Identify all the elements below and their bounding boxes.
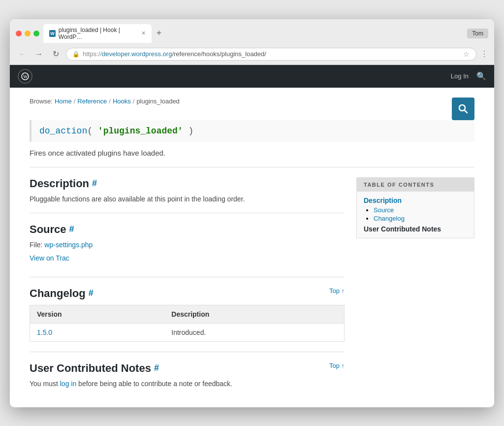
back-button[interactable]: ←	[16, 48, 29, 61]
minimize-traffic-light[interactable]	[25, 31, 31, 36]
url-path: /reference/hooks/plugins_loaded/	[172, 50, 266, 58]
description-content: Pluggable functions are also available a…	[30, 195, 345, 203]
address-bar-row: ← → ↻ 🔒 https://developer.wordpress.org/…	[10, 46, 494, 65]
toc-changelog-link[interactable]: Changelog	[374, 215, 405, 222]
breadcrumb-reference[interactable]: Reference	[77, 98, 107, 105]
wp-logo: W	[18, 69, 32, 84]
bookmark-icon[interactable]: ☆	[462, 50, 470, 58]
navbar-search-icon[interactable]: 🔍	[476, 71, 486, 81]
search-button[interactable]	[452, 98, 474, 120]
breadcrumb: Browse: Home / Reference / Hooks / plugi…	[30, 98, 180, 105]
file-link[interactable]: wp-settings.php	[44, 241, 93, 249]
breadcrumb-row: Browse: Home / Reference / Hooks / plugi…	[30, 98, 474, 120]
breadcrumb-hooks[interactable]: Hooks	[113, 98, 131, 105]
divider-3	[30, 277, 345, 277]
divider-2	[30, 213, 345, 213]
table-row: 1.5.0 Introduced.	[30, 323, 345, 341]
url-display: https://developer.wordpress.org/referenc…	[83, 50, 459, 58]
user-notes-text: You must log in before being able to con…	[30, 380, 345, 388]
changelog-header-row: Changelog # Top ↑	[30, 287, 345, 300]
wp-nav-right: Log In 🔍	[451, 71, 486, 81]
breadcrumb-home[interactable]: Home	[55, 98, 72, 105]
new-tab-button[interactable]: +	[154, 28, 164, 39]
user-notes-anchor[interactable]: #	[154, 363, 159, 373]
address-bar-icons: ☆	[462, 50, 470, 58]
toc-item-user-notes[interactable]: User Contributed Notes	[364, 225, 467, 233]
code-paren-open: (	[87, 126, 93, 136]
user-notes-heading: User Contributed Notes #	[30, 362, 159, 375]
login-button[interactable]: Log In	[451, 72, 469, 80]
trac-link[interactable]: View on Trac	[30, 254, 69, 262]
page-content: Browse: Home / Reference / Hooks / plugi…	[10, 88, 494, 407]
code-signature: do_action( 'plugins_loaded' )	[30, 120, 474, 142]
tab-bar: W plugins_loaded | Hook | WordP… ✕ +	[43, 24, 463, 43]
changelog-anchor[interactable]: #	[89, 288, 94, 298]
list-item: Source	[374, 206, 467, 214]
refresh-button[interactable]: ↻	[49, 48, 62, 61]
version-column-header: Version	[30, 305, 165, 323]
changelog-heading-text: Changelog	[30, 287, 86, 300]
browser-window: W plugins_loaded | Hook | WordP… ✕ + Tom…	[10, 19, 494, 407]
toc-source-link[interactable]: Source	[374, 206, 394, 214]
browse-label: Browse:	[30, 98, 53, 105]
close-traffic-light[interactable]	[16, 31, 22, 36]
description-heading: Description #	[30, 177, 345, 190]
changelog-top-link[interactable]: Top ↑	[329, 287, 345, 295]
browser-chrome: W plugins_loaded | Hook | WordP… ✕ + Tom…	[10, 19, 494, 65]
description-heading-text: Description	[30, 177, 89, 190]
content-with-toc: Description # Pluggable functions are al…	[30, 177, 474, 388]
fullscreen-traffic-light[interactable]	[33, 31, 39, 36]
svg-line-3	[465, 110, 468, 113]
version-cell: 1.5.0	[30, 323, 165, 341]
toc-sub-list: Source Changelog	[364, 206, 467, 222]
user-badge: Tom	[467, 29, 488, 38]
login-link[interactable]: log in	[60, 380, 76, 388]
file-label: File:	[30, 241, 42, 249]
browser-titlebar: W plugins_loaded | Hook | WordP… ✕ + Tom	[10, 19, 494, 46]
address-bar[interactable]: 🔒 https://developer.wordpress.org/refere…	[66, 48, 476, 61]
main-content: Description # Pluggable functions are al…	[30, 177, 345, 388]
code-paren-close: )	[188, 126, 193, 136]
user-notes-heading-text: User Contributed Notes	[30, 362, 151, 375]
browser-toolbar-right: ⋮	[480, 50, 488, 58]
ssl-lock-icon: 🔒	[72, 51, 80, 58]
tab-close-button[interactable]: ✕	[141, 30, 146, 36]
table-of-contents: TABLE OF CONTENTS Description Source Cha…	[356, 177, 474, 238]
version-link[interactable]: 1.5.0	[37, 328, 52, 336]
user-notes-top-link[interactable]: Top ↑	[329, 362, 345, 369]
code-function: do_action	[39, 126, 87, 136]
changelog-table: Version Description 1.5.0 Introduced.	[30, 305, 345, 342]
divider-1	[30, 167, 474, 167]
svg-text:W: W	[23, 74, 28, 79]
traffic-lights	[16, 31, 39, 36]
changelog-header-row: Version Description	[30, 305, 345, 323]
description-cell: Introduced.	[164, 323, 344, 341]
tab-favicon-icon: W	[49, 30, 56, 37]
divider-4	[30, 352, 345, 352]
active-tab[interactable]: W plugins_loaded | Hook | WordP… ✕	[43, 24, 152, 43]
file-info: File: wp-settings.php	[30, 241, 345, 249]
source-heading: Source #	[30, 223, 345, 236]
page-description: Fires once activated plugins have loaded…	[30, 149, 474, 157]
user-notes-prefix: You must	[30, 380, 58, 388]
user-notes-header-row: User Contributed Notes # Top ↑	[30, 362, 345, 375]
changelog-heading: Changelog #	[30, 287, 94, 300]
source-anchor[interactable]: #	[69, 224, 74, 234]
description-column-header: Description	[164, 305, 344, 323]
toc-body: Description Source Changelog User Contri…	[357, 192, 474, 238]
description-anchor[interactable]: #	[92, 178, 97, 189]
forward-button[interactable]: →	[32, 48, 45, 61]
list-item: Changelog	[374, 215, 467, 222]
toc-item-description[interactable]: Description	[364, 197, 467, 204]
wp-navbar: W Log In 🔍	[10, 65, 494, 88]
tab-title: plugins_loaded | Hook | WordP…	[59, 27, 138, 40]
toc-header: TABLE OF CONTENTS	[357, 178, 474, 192]
code-string: 'plugins_loaded'	[98, 126, 183, 136]
breadcrumb-current: plugins_loaded	[136, 98, 179, 105]
extensions-icon[interactable]: ⋮	[480, 50, 488, 58]
url-domain: developer.wordpress.org	[102, 50, 172, 58]
source-heading-text: Source	[30, 223, 66, 236]
user-notes-suffix: before being able to contribute a note o…	[78, 380, 232, 388]
url-https: https://	[83, 50, 102, 58]
